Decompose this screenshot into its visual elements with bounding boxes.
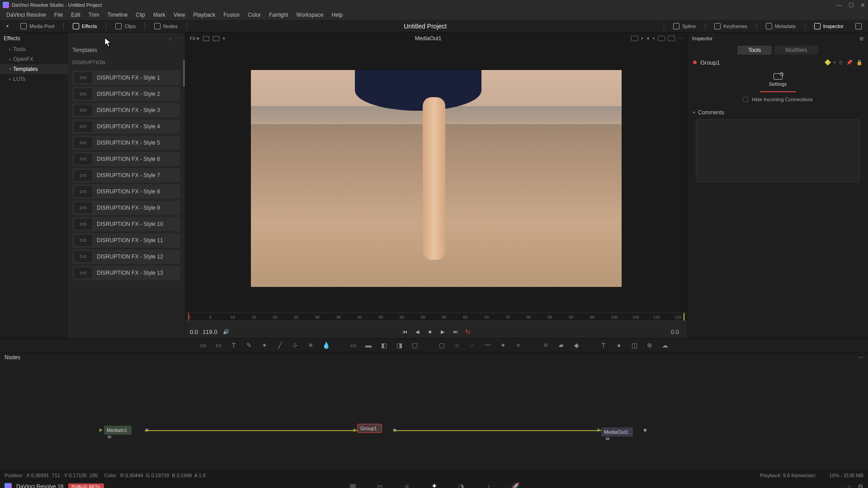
scrollbar[interactable] xyxy=(183,60,185,87)
lock-icon[interactable]: 🔒 xyxy=(856,60,863,66)
effect-item[interactable]: DISDISRUPTION FX - Style 6 xyxy=(72,152,180,166)
color-page-button[interactable]: ◑ xyxy=(457,482,466,488)
go-start-button[interactable]: ⏮ xyxy=(401,328,409,335)
play-reverse-button[interactable]: ◀ xyxy=(413,328,421,335)
more-icon[interactable]: ⋯ xyxy=(678,36,683,42)
menu-workspace[interactable]: Workspace xyxy=(293,11,327,19)
maximize-button[interactable]: ☐ xyxy=(849,2,854,9)
tool-bezier-icon[interactable]: ⟋ xyxy=(468,341,476,349)
current-time[interactable]: 0.0 xyxy=(671,328,679,335)
tree-openfx[interactable]: OpenFX xyxy=(0,54,68,64)
media-pool-button[interactable]: Media Pool xyxy=(18,22,57,31)
tool-text-icon[interactable]: T xyxy=(230,341,238,349)
comments-textarea[interactable] xyxy=(696,119,860,183)
tool-matte-l-icon[interactable]: ◧ xyxy=(380,341,388,349)
tool-blur-icon[interactable]: 💧 xyxy=(322,341,330,349)
tool-paint-icon[interactable]: ✎ xyxy=(245,341,253,349)
fusion-page-button[interactable]: ✦ xyxy=(429,482,439,488)
tool-particle1-icon[interactable]: ✦ xyxy=(499,341,507,349)
tool-mask-icon[interactable]: ✦ xyxy=(260,341,269,349)
node-group[interactable]: Group1 xyxy=(357,424,382,433)
node-media-out[interactable]: MediaOut1 xyxy=(601,427,633,436)
fairlight-page-button[interactable]: ♪ xyxy=(484,482,493,488)
tool-rect2-icon[interactable]: ▢ xyxy=(438,341,446,349)
stop-button[interactable]: ■ xyxy=(426,328,434,335)
tool-3d-merge-icon[interactable]: ◆ xyxy=(572,341,580,349)
viewer-layout-icon[interactable] xyxy=(203,36,209,41)
tree-templates[interactable]: Templates xyxy=(0,64,68,74)
menu-davinci-resolve[interactable]: DaVinci Resolve xyxy=(3,11,50,19)
effect-item[interactable]: DISDISRUPTION FX - Style 13 xyxy=(72,266,180,280)
expand-icon[interactable] xyxy=(853,22,864,31)
menu-help[interactable]: Help xyxy=(328,11,346,19)
media-page-button[interactable]: ▦ xyxy=(348,482,357,488)
fit-dropdown[interactable]: Fit ▾ xyxy=(190,36,199,42)
loop-button[interactable]: ↻ xyxy=(464,328,472,335)
tool-3d-cube-icon[interactable]: ◫ xyxy=(630,341,638,349)
tool-particle3-icon[interactable]: ⚛ xyxy=(542,341,550,349)
node-viewer-mark[interactable] xyxy=(108,436,111,438)
edit-page-button[interactable]: ≡ xyxy=(402,482,411,488)
tool-merge-icon[interactable]: ▭ xyxy=(214,341,222,349)
inspector-button[interactable]: Inspector xyxy=(811,22,846,31)
viewer-layout-icon-2[interactable] xyxy=(213,36,219,41)
menu-color[interactable]: Color xyxy=(244,11,264,19)
node-media-in[interactable]: MediaIn1 xyxy=(104,426,132,435)
effect-item[interactable]: DISDISRUPTION FX - Style 11 xyxy=(72,233,180,248)
tool-3d-sphere-icon[interactable]: ● xyxy=(615,341,623,349)
hide-incoming-checkbox[interactable] xyxy=(743,97,748,102)
cut-page-button[interactable]: ✂ xyxy=(375,482,384,488)
viewer-canvas[interactable] xyxy=(185,44,687,313)
tool-line-icon[interactable]: ╱ xyxy=(276,341,284,349)
range-end[interactable] xyxy=(684,313,684,320)
menu-playback[interactable]: Playback xyxy=(189,11,219,19)
tool-ellipse-icon[interactable]: ○ xyxy=(453,341,461,349)
effects-button[interactable]: Effects xyxy=(70,22,99,31)
in-time[interactable]: 0.0 xyxy=(190,328,198,335)
menu-clip[interactable]: Clip xyxy=(132,11,149,19)
close-button[interactable]: ✕ xyxy=(860,2,865,9)
inspector-tab-modifiers[interactable]: Modifiers xyxy=(774,46,818,55)
view-option-icon[interactable] xyxy=(631,36,638,41)
tree-luts[interactable]: LUTs xyxy=(0,74,68,84)
effect-item[interactable]: DISDISRUPTION FX - Style 4 xyxy=(72,119,180,134)
menu-fusion[interactable]: Fusion xyxy=(220,11,243,19)
menu-mark[interactable]: Mark xyxy=(150,11,169,19)
keyframe-icon[interactable] xyxy=(825,59,831,66)
search-icon[interactable]: ⌕ xyxy=(169,36,172,41)
more-icon[interactable]: ⋯ xyxy=(176,36,181,42)
effect-item[interactable]: DISDISRUPTION FX - Style 10 xyxy=(72,217,180,231)
audio-icon[interactable]: 🔊 xyxy=(222,328,230,335)
tool-rect-icon[interactable]: ▢ xyxy=(410,341,419,349)
spline-button[interactable]: Spline xyxy=(670,22,699,31)
effect-item[interactable]: DISDISRUPTION FX - Style 7 xyxy=(72,168,180,183)
timeline-ruler[interactable]: 0510152025303540455055606570758085909510… xyxy=(185,313,687,321)
play-button[interactable]: ▶ xyxy=(439,328,447,335)
effect-item[interactable]: DISDISRUPTION FX - Style 12 xyxy=(72,249,180,264)
settings-icon[interactable]: ⚙ xyxy=(858,483,863,488)
chevron-down-icon[interactable]: ▾ xyxy=(223,36,225,41)
node-viewer-mark[interactable] xyxy=(606,437,609,440)
menu-fairlight[interactable]: Fairlight xyxy=(265,11,292,19)
menu-trim[interactable]: Trim xyxy=(85,11,103,19)
nodes-canvas[interactable]: MediaIn1 Group1 MediaOut1 xyxy=(0,362,868,470)
go-end-button[interactable]: ⏭ xyxy=(451,328,459,335)
menu-timeline[interactable]: Timeline xyxy=(104,11,131,19)
snap-icon[interactable]: ✦ xyxy=(646,36,650,42)
clips-button[interactable]: Clips xyxy=(113,22,138,31)
expand-icon[interactable]: ⊞ xyxy=(859,36,863,42)
menu-edit[interactable]: Edit xyxy=(67,11,84,19)
effect-item[interactable]: DISDISRUPTION FX - Style 2 xyxy=(72,87,180,101)
tool-bspline-icon[interactable]: 〰 xyxy=(484,341,492,349)
tool-3d-light-icon[interactable]: ⊕ xyxy=(646,341,654,349)
tree-tools[interactable]: Tools xyxy=(0,44,68,54)
version-icon[interactable]: ⎘ xyxy=(840,60,843,65)
tool-3d-text-icon[interactable]: T xyxy=(599,341,608,349)
comments-section-header[interactable]: Comments xyxy=(693,109,863,116)
out-time[interactable]: 119.0 xyxy=(203,328,217,335)
metadata-button[interactable]: Metadata xyxy=(763,22,798,31)
effect-item[interactable]: DISDISRUPTION FX - Style 1 xyxy=(72,70,180,85)
effect-item[interactable]: DISDISRUPTION FX - Style 5 xyxy=(72,136,180,150)
minimize-button[interactable]: — xyxy=(836,2,842,9)
node-output-port[interactable] xyxy=(644,429,646,432)
